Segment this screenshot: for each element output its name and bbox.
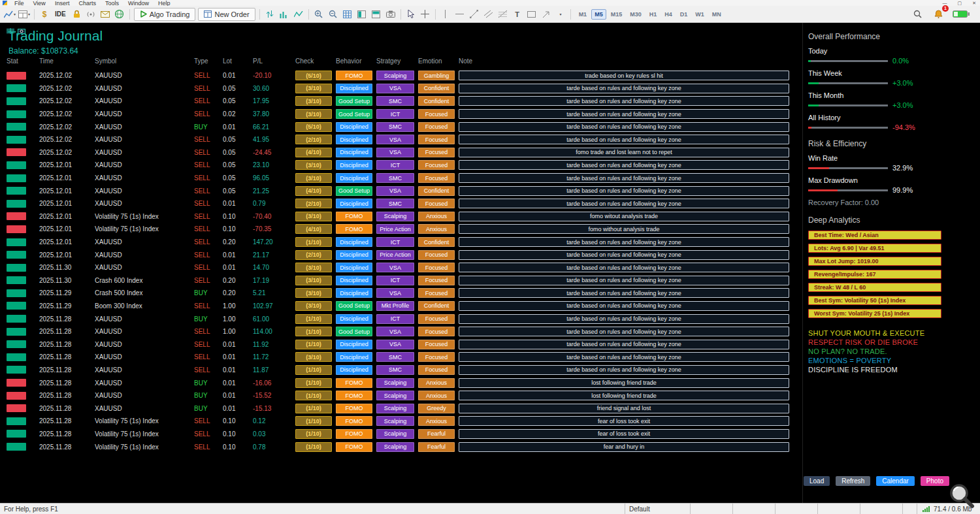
arrow-tool-icon[interactable] bbox=[540, 8, 553, 21]
table-row[interactable]: 2025.12.02XAUUSDSELL0.0541.95(2/10)Disci… bbox=[0, 133, 791, 146]
note-field[interactable]: tarde based on rules and following key z… bbox=[459, 276, 789, 285]
maximize-button[interactable]: ▢ bbox=[958, 0, 962, 6]
note-field[interactable]: tarde based on rules and following key z… bbox=[459, 122, 789, 132]
table-row[interactable]: 2025.12.02XAUUSDSELL0.0517.95(3/10)Good … bbox=[0, 95, 791, 108]
table-row[interactable]: 2025.11.29Boom 300 IndexSELL1.00102.97(3… bbox=[0, 300, 791, 313]
trendline-tool-icon[interactable] bbox=[468, 8, 481, 21]
note-field[interactable]: tarde based on rules and following key z… bbox=[459, 135, 789, 144]
note-field[interactable]: tarde based on rules and following key z… bbox=[459, 250, 789, 260]
note-field[interactable]: tarde based on rules and following key z… bbox=[459, 186, 789, 196]
table-row[interactable]: 2025.12.02XAUUSDBUY0.0166.21(5/10)Discip… bbox=[0, 120, 791, 133]
table-row[interactable]: 2025.12.01Volatility 75 (1s) IndexSELL0.… bbox=[0, 223, 791, 236]
padlock-icon[interactable] bbox=[70, 8, 83, 21]
timeframe-m1[interactable]: M1 bbox=[576, 9, 591, 20]
tools-dropdown[interactable]: ▾ bbox=[554, 8, 567, 21]
ide-button[interactable]: IDE bbox=[52, 8, 69, 21]
menu-file[interactable]: File bbox=[10, 0, 29, 6]
grid-icon[interactable] bbox=[341, 8, 354, 21]
timeframe-d1[interactable]: D1 bbox=[677, 9, 691, 20]
table-row[interactable]: 2025.12.01XAUUSDSELL0.20147.20(1/10)Disc… bbox=[0, 236, 791, 249]
channel-tool-icon[interactable] bbox=[482, 8, 495, 21]
note-field[interactable]: tarde based on rules and following key z… bbox=[459, 84, 789, 93]
note-field[interactable]: tarde based on rules and following key z… bbox=[459, 199, 789, 208]
menu-window[interactable]: Window bbox=[123, 0, 154, 6]
note-field[interactable]: tarde based on rules and following key z… bbox=[459, 263, 789, 272]
note-field[interactable]: tarde based on rules and following key z… bbox=[459, 160, 789, 170]
table-row[interactable]: 2025.12.01XAUUSDSELL0.0521.25(4/10)Good … bbox=[0, 184, 791, 197]
note-field[interactable]: fear of loss took exit bbox=[459, 416, 789, 426]
timeframe-m15[interactable]: M15 bbox=[608, 9, 626, 20]
notifications-bell-icon[interactable]: 1 bbox=[932, 8, 945, 21]
photo-button[interactable]: Photo bbox=[921, 476, 949, 486]
timeframe-m30[interactable]: M30 bbox=[627, 9, 645, 20]
sort-updown-icon[interactable] bbox=[263, 8, 276, 21]
globe-icon[interactable] bbox=[113, 8, 126, 21]
note-field[interactable]: friend signal and lost bbox=[459, 404, 789, 413]
fibonacci-tool-icon[interactable] bbox=[497, 8, 510, 21]
close-button[interactable]: ✕ bbox=[972, 0, 976, 6]
calendar-button[interactable]: Calendar bbox=[876, 476, 915, 486]
table-row[interactable]: 2025.12.01XAUUSDSELL0.0121.17(2/10)Disci… bbox=[0, 248, 791, 261]
table-row[interactable]: 2025.11.28XAUUSDSELL0.0111.72(3/10)Disci… bbox=[0, 351, 791, 364]
table-row[interactable]: 2025.12.02XAUUSDSELL0.0237.80(3/10)Good … bbox=[0, 108, 791, 121]
timeframe-mn[interactable]: MN bbox=[709, 9, 725, 20]
table-row[interactable]: 2025.11.30XAUUSDSELL0.0114.70(3/10)Disci… bbox=[0, 261, 791, 274]
table-row[interactable]: 2025.11.28Volatility 75 (1s) IndexSELL0.… bbox=[0, 415, 791, 428]
profile-selector[interactable]: Default bbox=[625, 504, 691, 514]
table-row[interactable]: 2025.11.30Crash 600 IndexSELL0.2017.19(3… bbox=[0, 274, 791, 287]
table-row[interactable]: 2025.11.28XAUUSDBUY0.01-15.52(1/10)FOMOS… bbox=[0, 389, 791, 402]
note-field[interactable]: tarde based on rules and following key z… bbox=[459, 96, 789, 106]
horizontal-line-tool-icon[interactable] bbox=[453, 8, 466, 21]
note-field[interactable]: lost following friend trade bbox=[459, 391, 789, 400]
zoom-in-icon[interactable] bbox=[312, 8, 325, 21]
table-row[interactable]: 2025.12.01Volatility 75 (1s) IndexSELL0.… bbox=[0, 210, 791, 223]
note-field[interactable]: trade based on key rules sl hit bbox=[459, 71, 789, 80]
new-order-button[interactable]: New Order bbox=[198, 8, 255, 21]
table-row[interactable]: 2025.11.28Volatility 75 (1s) IndexSELL0.… bbox=[0, 428, 791, 441]
bar-chart-icon[interactable] bbox=[278, 8, 291, 21]
table-row[interactable]: 2025.11.28Volatility 75 (1s) IndexSELL0.… bbox=[0, 440, 791, 453]
table-row[interactable]: 2025.12.01XAUUSDSELL0.0523.10(3/10)Disci… bbox=[0, 159, 791, 172]
table-row[interactable]: 2025.12.01XAUUSDSELL0.010.79(2/10)Discip… bbox=[0, 197, 791, 210]
menu-insert[interactable]: Insert bbox=[50, 0, 74, 6]
vertical-line-tool-icon[interactable] bbox=[439, 8, 452, 21]
search-icon[interactable] bbox=[911, 8, 924, 21]
mail-icon[interactable] bbox=[99, 8, 112, 21]
note-field[interactable]: fear of loss took exit bbox=[459, 429, 789, 439]
note-field[interactable]: tarde based on rules and following key z… bbox=[459, 365, 789, 375]
table-row[interactable]: 2025.11.29Crash 500 IndexBUY0.205.21(3/1… bbox=[0, 287, 791, 300]
note-field[interactable]: lost following friend trade bbox=[459, 378, 789, 388]
zoom-out-icon[interactable] bbox=[327, 8, 340, 21]
note-field[interactable]: tarde based on rules and following key z… bbox=[459, 288, 789, 298]
menu-tools[interactable]: Tools bbox=[101, 0, 123, 6]
broadcast-icon[interactable] bbox=[84, 8, 97, 21]
note-field[interactable]: tarde based on rules and following key z… bbox=[459, 327, 789, 336]
note-field[interactable]: fomo trade and lost learn not to repet bbox=[459, 148, 789, 157]
zigzag-line-icon[interactable] bbox=[292, 8, 305, 21]
shapes-tool-icon[interactable] bbox=[525, 8, 538, 21]
table-row[interactable]: 2025.11.28XAUUSDSELL1.00114.00(1/10)Good… bbox=[0, 325, 791, 338]
table-row[interactable]: 2025.11.28XAUUSDSELL0.0111.92(1/10)Disci… bbox=[0, 338, 791, 351]
table-row[interactable]: 2025.11.28XAUUSDSELL0.0111.87(1/10)Disci… bbox=[0, 364, 791, 377]
table-row[interactable]: 2025.12.02XAUUSDSELL0.05-24.45(4/10)Disc… bbox=[0, 146, 791, 159]
menu-help[interactable]: Help bbox=[154, 0, 175, 6]
table-row[interactable]: 2025.11.28XAUUSDBUY0.01-16.06(1/10)FOMOS… bbox=[0, 376, 791, 389]
cascade-windows-icon[interactable] bbox=[370, 8, 383, 21]
menu-view[interactable]: View bbox=[29, 0, 50, 6]
note-field[interactable]: tarde based on rules and following key z… bbox=[459, 352, 789, 362]
timeframe-h1[interactable]: H1 bbox=[646, 9, 661, 20]
timeframe-h4[interactable]: H4 bbox=[661, 9, 676, 20]
menu-charts[interactable]: Charts bbox=[74, 0, 101, 6]
tile-windows-icon[interactable] bbox=[355, 8, 368, 21]
load-button[interactable]: Load bbox=[804, 476, 830, 486]
note-field[interactable]: fear and hury in bbox=[459, 442, 789, 452]
crosshair-icon[interactable] bbox=[419, 8, 432, 21]
timeframe-w1[interactable]: W1 bbox=[692, 9, 708, 20]
note-field[interactable]: tarde based on rules and following key z… bbox=[459, 340, 789, 349]
table-row[interactable]: 2025.12.02XAUUSDSELL0.0530.60(3/10)Disci… bbox=[0, 82, 791, 95]
note-field[interactable]: tarde based on rules and following key z… bbox=[459, 301, 789, 311]
algo-trading-button[interactable]: Algo Trading bbox=[134, 8, 196, 21]
market-watch-icon[interactable]: $ bbox=[38, 8, 51, 21]
note-field[interactable]: fomo witout analysis trade bbox=[459, 212, 789, 221]
table-row[interactable]: 2025.11.28XAUUSDBUY0.01-15.13(1/10)FOMOS… bbox=[0, 402, 791, 415]
